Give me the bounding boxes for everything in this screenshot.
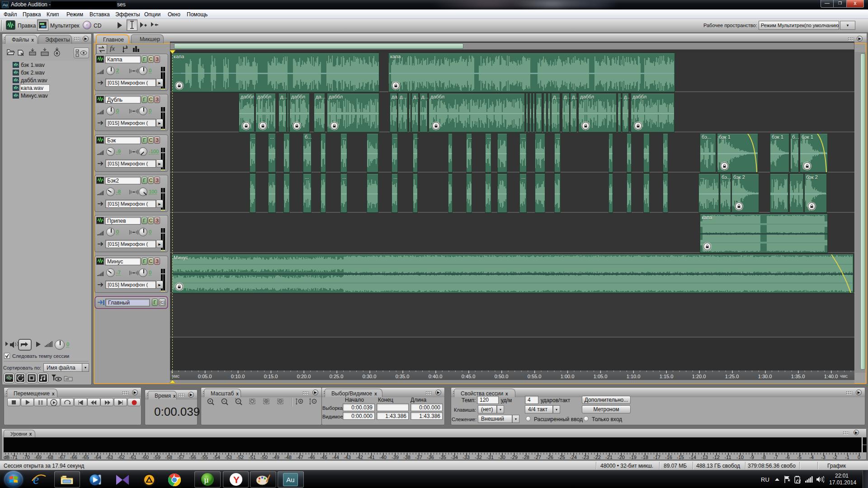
svg-text:e: e bbox=[33, 472, 39, 487]
svg-text:Y: Y bbox=[233, 474, 240, 485]
svg-text:µ: µ bbox=[204, 475, 209, 484]
svg-text:сп: сп bbox=[66, 377, 69, 380]
